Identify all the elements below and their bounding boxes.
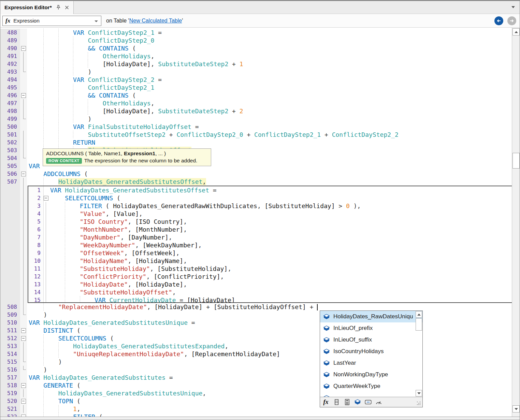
code-text[interactable]: [HolidayDate], SubstituteDateStep2 + 1 — [27, 60, 512, 68]
line-number[interactable]: 12 — [28, 273, 44, 280]
code-line-9[interactable]: 9 "OffsetWeek", [OffsetWeek], — [28, 249, 512, 257]
line-number[interactable]: 509 — [0, 311, 20, 319]
code-text[interactable]: "HolidayName", [HolidayName], — [48, 257, 512, 265]
expression-selector[interactable]: fx Expression — [2, 16, 101, 26]
line-number[interactable]: 503 — [0, 146, 20, 154]
fold-collapse-icon[interactable] — [20, 413, 27, 417]
close-icon[interactable] — [64, 5, 69, 10]
line-number[interactable]: 9 — [28, 249, 44, 257]
autocomplete-item[interactable]: InLieuOf_suffix — [320, 334, 422, 346]
scroll-up-icon[interactable] — [512, 28, 520, 35]
code-text[interactable]: SELECTCOLUMNS ( — [48, 194, 512, 202]
code-text[interactable]: "SubstituteHolidayOffset", — [48, 288, 512, 296]
line-number[interactable]: 517 — [0, 374, 20, 381]
line-number[interactable]: 502 — [0, 139, 20, 146]
calculator-filter-icon[interactable] — [343, 399, 351, 406]
code-text[interactable]: 1, — [27, 405, 512, 413]
line-number[interactable]: 506 — [0, 170, 20, 178]
autocomplete-item[interactable]: LastYear — [320, 357, 422, 369]
line-number[interactable]: 13 — [28, 280, 44, 288]
line-number[interactable]: 501 — [0, 131, 20, 139]
editor-scrollbar[interactable] — [512, 28, 520, 417]
code-line-1[interactable]: 1VAR HolidayDates_GeneratedSubstitutesOf… — [28, 186, 512, 194]
code-line-4[interactable]: 4 "Value", [Value], — [28, 210, 512, 218]
line-number[interactable]: 507 — [0, 178, 20, 186]
code-line-14[interactable]: 14 "SubstituteHolidayOffset", — [28, 288, 512, 296]
line-number[interactable]: 6 — [28, 226, 44, 233]
fold-collapse-icon[interactable] — [20, 397, 27, 405]
code-text[interactable]: "Value", [Value], — [48, 210, 512, 218]
code-line-517[interactable]: 517VAR HolidayDates_GeneratedSubstitutes… — [0, 374, 512, 381]
code-line-2[interactable]: 2 SELECTCOLUMNS ( — [28, 194, 512, 202]
code-line-499[interactable]: 499 ) — [0, 115, 512, 123]
line-number[interactable]: 510 — [0, 319, 20, 327]
code-line-7[interactable]: 7 "DayNumber", [DayNumber], — [28, 233, 512, 241]
code-line-522[interactable]: 522 FILTER ( — [0, 413, 512, 417]
code-text[interactable]: FILTER ( — [27, 413, 512, 417]
code-line-507[interactable]: 507 HolidayDates_GeneratedSubstitutesOff… — [0, 178, 512, 186]
code-line-521[interactable]: 521 1, — [0, 405, 512, 413]
line-number[interactable]: 498 — [0, 107, 20, 115]
code-line-515[interactable]: 515 ) — [0, 358, 512, 366]
line-number[interactable]: 492 — [0, 60, 20, 68]
line-number[interactable]: 505 — [0, 162, 20, 170]
code-text[interactable]: ) — [27, 311, 512, 319]
code-text[interactable]: "OffsetWeek", [OffsetWeek], — [48, 249, 512, 257]
fold-collapse-icon[interactable] — [20, 327, 27, 334]
line-number[interactable]: 496 — [0, 91, 20, 99]
line-number[interactable]: 519 — [0, 389, 20, 397]
code-text[interactable]: HolidayDates_GeneratedSubstitutesUnique, — [27, 389, 512, 397]
code-line-489[interactable]: 489 ConflictDayStep2_0 — [0, 37, 512, 44]
line-number[interactable]: 504 — [0, 154, 20, 162]
code-line-11[interactable]: 11 "SubstituteHoliday", [SubstituteHolid… — [28, 265, 512, 273]
line-number[interactable]: 493 — [0, 68, 20, 76]
code-line-495[interactable]: 495 ConflictDayStep2_1 — [0, 84, 512, 91]
code-line-15[interactable]: 15 VAR CurrentHolidayDate = [HolidayDate… — [28, 296, 512, 303]
line-number[interactable]: 5 — [28, 218, 44, 226]
scroll-down-icon[interactable] — [512, 405, 520, 412]
code-text[interactable]: [HolidayDate], SubstituteDateStep2 + 2 — [27, 107, 512, 115]
code-line-488[interactable]: 488 VAR ConflictDayStep2_1 = — [0, 29, 512, 37]
code-line-509[interactable]: 509 ) — [0, 311, 512, 319]
code-line-506[interactable]: 506 ADDCOLUMNS ( — [0, 170, 512, 178]
code-text[interactable]: VAR HolidayDates_GeneratedSubstitutes = — [27, 374, 512, 381]
line-number[interactable]: 495 — [0, 84, 20, 91]
code-text[interactable]: "WeekDayNumber", [WeekDayNumber], — [48, 241, 512, 249]
nested-code-editor[interactable]: 1VAR HolidayDates_GeneratedSubstitutesOf… — [28, 186, 512, 303]
line-number[interactable]: 515 — [0, 358, 20, 366]
line-number[interactable]: 1 — [28, 186, 44, 194]
code-line-493[interactable]: 493 ) — [0, 68, 512, 76]
line-number[interactable]: 490 — [0, 44, 20, 52]
code-line-491[interactable]: 491 OtherHolidays, — [0, 52, 512, 60]
code-line-6[interactable]: 6 "MonthNumber", [MonthNumber], — [28, 226, 512, 233]
code-text[interactable]: && CONTAINS ( — [27, 91, 512, 99]
scroll-down-icon[interactable] — [416, 390, 422, 396]
autocomplete-item[interactable]: QuarterWeekType — [320, 380, 422, 392]
code-text[interactable]: ) — [27, 366, 512, 374]
line-number[interactable]: 11 — [28, 265, 44, 273]
functions-filter-icon[interactable]: fx — [322, 399, 330, 406]
line-number[interactable]: 488 — [0, 29, 20, 37]
line-number[interactable]: 499 — [0, 115, 20, 123]
code-text[interactable]: "MonthNumber", [MonthNumber], — [48, 226, 512, 233]
code-text[interactable]: GENERATE ( — [27, 381, 512, 389]
code-text[interactable]: "HolidayDate", [HolidayDate], — [48, 280, 512, 288]
code-line-10[interactable]: 10 "HolidayName", [HolidayName], — [28, 257, 512, 265]
code-line-492[interactable]: 492 [HolidayDate], SubstituteDateStep2 +… — [0, 60, 512, 68]
code-text[interactable]: ConflictDayStep2_1 — [27, 84, 512, 91]
autocomplete-item[interactable] — [320, 392, 422, 397]
back-button[interactable] — [494, 16, 503, 25]
line-number[interactable]: 508 — [0, 303, 20, 311]
line-number[interactable]: 520 — [0, 397, 20, 405]
autocomplete-item[interactable]: NonWorkingDayType — [320, 369, 422, 380]
kpi-filter-icon[interactable] — [375, 399, 382, 406]
code-text[interactable]: VAR ConflictDayStep2_1 = — [27, 29, 512, 37]
code-text[interactable]: OtherHolidays, — [27, 52, 512, 60]
fold-collapse-icon[interactable] — [20, 170, 27, 178]
code-text[interactable]: OtherHolidays, — [27, 99, 512, 107]
fold-collapse-icon[interactable] — [20, 91, 27, 99]
code-text[interactable]: DISTINCT ( — [27, 327, 512, 334]
line-number[interactable]: 7 — [28, 233, 44, 241]
code-line-500[interactable]: 500 VAR FinalSubstituteHolidayOffset = — [0, 123, 512, 131]
line-number[interactable]: 511 — [0, 327, 20, 334]
